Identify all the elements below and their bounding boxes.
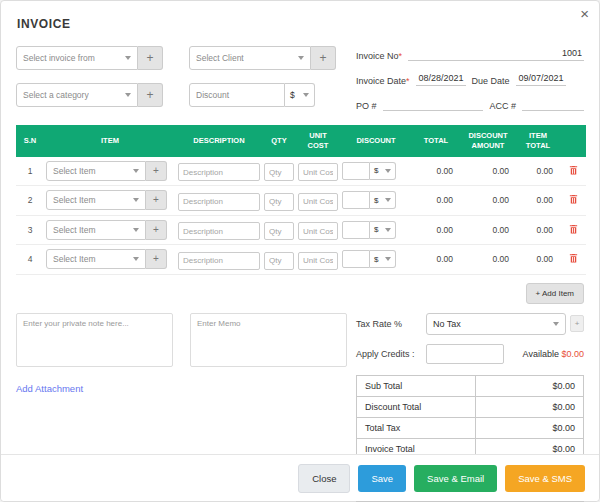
unit-cost-input[interactable] <box>298 222 338 240</box>
save-and-email-button[interactable]: Save & Email <box>414 465 497 492</box>
due-date-label: Due Date <box>472 76 510 86</box>
row-total: 0.00 <box>412 186 460 216</box>
add-tax-rate-button[interactable]: + <box>570 315 584 332</box>
trash-icon[interactable] <box>568 221 579 239</box>
page-title: INVOICE <box>17 17 71 31</box>
tax-rate-label: Tax Rate % <box>356 319 426 329</box>
row-discount-input[interactable] <box>342 162 370 180</box>
row-discount-input[interactable] <box>342 250 370 268</box>
item-select[interactable]: Select Item <box>46 190 146 210</box>
item-select-value: Select Item <box>53 225 96 235</box>
available-credits-value: $0.00 <box>561 349 584 359</box>
category-select[interactable]: Select a category <box>16 83 138 107</box>
add-item-button[interactable]: + Add Item <box>526 283 584 304</box>
add-invoice-from-button[interactable]: + <box>138 46 163 70</box>
top-section: Select invoice from + Select Client + <box>1 38 599 123</box>
qty-input[interactable] <box>264 193 294 211</box>
acc-input[interactable] <box>522 98 584 111</box>
discount-currency-select[interactable]: $ <box>285 83 315 107</box>
discount-total-label: Discount Total <box>357 397 475 417</box>
col-header-sn: S.N <box>16 125 44 157</box>
save-button[interactable]: Save <box>358 465 406 492</box>
qty-input[interactable] <box>264 252 294 270</box>
add-new-item-button[interactable]: + <box>146 220 167 240</box>
invoice-date-label: Invoice Date* <box>356 76 410 86</box>
unit-cost-input[interactable] <box>298 163 338 181</box>
item-select[interactable]: Select Item <box>46 161 146 181</box>
item-select-value: Select Item <box>53 195 96 205</box>
row-total: 0.00 <box>412 215 460 245</box>
totals-row: Total Tax $0.00 <box>357 418 583 439</box>
memo-textarea[interactable] <box>190 313 347 367</box>
invoice-date-input[interactable] <box>416 73 466 86</box>
row-currency-value: $ <box>374 255 378 264</box>
tax-rate-select[interactable]: No Tax <box>426 313 566 335</box>
close-button[interactable]: Close <box>298 464 350 493</box>
add-new-item-button[interactable]: + <box>146 161 167 181</box>
category-select-value: Select a category <box>23 90 89 100</box>
chevron-down-icon <box>133 198 139 202</box>
invoice-from-select-value: Select invoice from <box>23 53 95 63</box>
add-category-button[interactable]: + <box>138 83 163 107</box>
description-input[interactable] <box>178 193 260 211</box>
po-input[interactable] <box>383 98 484 111</box>
item-row: 3 Select Item + $ <box>16 215 586 245</box>
apply-credits-label: Apply Credits : <box>356 349 426 359</box>
chevron-down-icon <box>385 257 391 261</box>
row-discount-currency-select[interactable]: $ <box>370 250 396 268</box>
item-select[interactable]: Select Item <box>46 220 146 240</box>
row-discount-currency-select[interactable]: $ <box>370 191 396 209</box>
apply-credits-input[interactable] <box>426 344 504 364</box>
chevron-down-icon <box>133 169 139 173</box>
chevron-down-icon <box>298 56 304 60</box>
unit-cost-input[interactable] <box>298 193 338 211</box>
description-input[interactable] <box>178 252 260 270</box>
modal-footer: Close Save Save & Email Save & SMS <box>1 454 599 501</box>
row-item-total: 0.00 <box>516 215 560 245</box>
discount-currency-value: $ <box>290 90 295 100</box>
trash-icon[interactable] <box>568 250 579 268</box>
invoice-no-input[interactable] <box>408 48 584 61</box>
description-input[interactable] <box>178 163 260 181</box>
row-discount-input[interactable] <box>342 191 370 209</box>
add-new-item-button[interactable]: + <box>146 249 167 269</box>
trash-icon[interactable] <box>568 162 579 180</box>
unit-cost-input[interactable] <box>298 252 338 270</box>
description-input[interactable] <box>178 222 260 240</box>
add-client-button[interactable]: + <box>311 46 336 70</box>
row-discount-currency-select[interactable]: $ <box>370 221 396 239</box>
add-attachment-link[interactable]: Add Attachment <box>16 383 83 394</box>
row-discount-input[interactable] <box>342 221 370 239</box>
discount-input[interactable] <box>189 83 285 107</box>
add-new-item-button[interactable]: + <box>146 190 167 210</box>
save-and-sms-button[interactable]: Save & SMS <box>505 465 585 492</box>
qty-input[interactable] <box>264 222 294 240</box>
due-date-input[interactable] <box>516 73 566 86</box>
acc-label: ACC # <box>489 101 516 111</box>
chevron-down-icon <box>385 169 391 173</box>
row-discount-currency-select[interactable]: $ <box>370 162 396 180</box>
row-number: 4 <box>16 245 44 275</box>
qty-input[interactable] <box>264 163 294 181</box>
invoice-from-select[interactable]: Select invoice from <box>16 46 138 70</box>
trash-icon[interactable] <box>568 191 579 209</box>
row-currency-value: $ <box>374 166 378 175</box>
private-note-textarea[interactable] <box>16 313 173 367</box>
required-mark: * <box>399 51 403 61</box>
row-discount-amount: 0.00 <box>460 157 516 186</box>
tax-rate-value: No Tax <box>433 319 461 329</box>
chevron-down-icon <box>303 93 309 97</box>
chevron-down-icon <box>133 228 139 232</box>
required-mark: * <box>406 76 410 86</box>
po-label: PO # <box>356 101 377 111</box>
row-discount-amount: 0.00 <box>460 186 516 216</box>
close-icon[interactable]: × <box>580 6 589 21</box>
subtotal-label: Sub Total <box>357 376 475 396</box>
item-select[interactable]: Select Item <box>46 249 146 269</box>
chevron-down-icon <box>385 198 391 202</box>
client-select-value: Select Client <box>196 53 244 63</box>
chevron-down-icon <box>125 93 131 97</box>
invoice-meta: Invoice No* Invoice Date* Due Date PO # … <box>356 46 584 123</box>
client-select[interactable]: Select Client <box>189 46 311 70</box>
chevron-down-icon <box>385 228 391 232</box>
